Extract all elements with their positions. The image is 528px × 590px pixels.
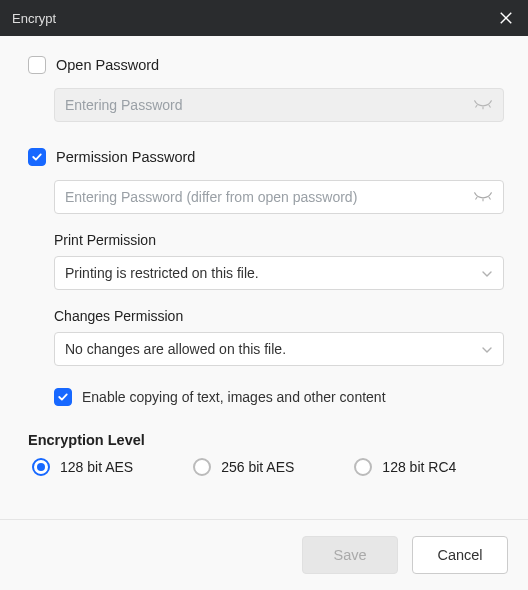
svg-line-2: [476, 105, 478, 108]
open-password-section: Open Password: [28, 56, 500, 122]
radio-128-rc4[interactable]: 128 bit RC4: [354, 458, 456, 476]
chevron-down-icon: [481, 267, 493, 279]
print-permission-label: Print Permission: [54, 232, 500, 248]
open-password-input: [65, 97, 473, 113]
changes-permission-value: No changes are allowed on this file.: [65, 341, 286, 357]
encryption-level-label: Encryption Level: [28, 432, 500, 448]
permission-password-field[interactable]: [54, 180, 504, 214]
print-permission-value: Printing is restricted on this file.: [65, 265, 259, 281]
cancel-button[interactable]: Cancel: [412, 536, 508, 574]
permission-password-section: Permission Password Print Permission Pri…: [28, 148, 500, 406]
encryption-level-section: Encryption Level 128 bit AES 256 bit AES…: [28, 432, 500, 476]
enable-copy-label: Enable copying of text, images and other…: [82, 389, 386, 405]
open-password-checkbox[interactable]: [28, 56, 46, 74]
open-password-label: Open Password: [56, 57, 159, 73]
svg-line-4: [489, 105, 491, 108]
radio-label: 256 bit AES: [221, 459, 294, 475]
svg-line-7: [489, 197, 491, 200]
print-permission-select[interactable]: Printing is restricted on this file.: [54, 256, 504, 290]
window-title: Encrypt: [12, 11, 56, 26]
eye-icon[interactable]: [473, 190, 493, 204]
radio-label: 128 bit RC4: [382, 459, 456, 475]
save-button: Save: [302, 536, 398, 574]
open-password-field: [54, 88, 504, 122]
footer: Save Cancel: [0, 519, 528, 590]
enable-copy-checkbox[interactable]: [54, 388, 72, 406]
changes-permission-label: Changes Permission: [54, 308, 500, 324]
close-icon[interactable]: [496, 8, 516, 28]
svg-line-5: [476, 197, 478, 200]
permission-password-input[interactable]: [65, 189, 473, 205]
radio-256-aes[interactable]: 256 bit AES: [193, 458, 294, 476]
radio-128-aes[interactable]: 128 bit AES: [32, 458, 133, 476]
changes-permission-select[interactable]: No changes are allowed on this file.: [54, 332, 504, 366]
eye-icon: [473, 98, 493, 112]
radio-label: 128 bit AES: [60, 459, 133, 475]
enable-copy-row: Enable copying of text, images and other…: [54, 388, 500, 406]
titlebar: Encrypt: [0, 0, 528, 36]
permission-password-label: Permission Password: [56, 149, 195, 165]
permission-password-checkbox[interactable]: [28, 148, 46, 166]
chevron-down-icon: [481, 343, 493, 355]
